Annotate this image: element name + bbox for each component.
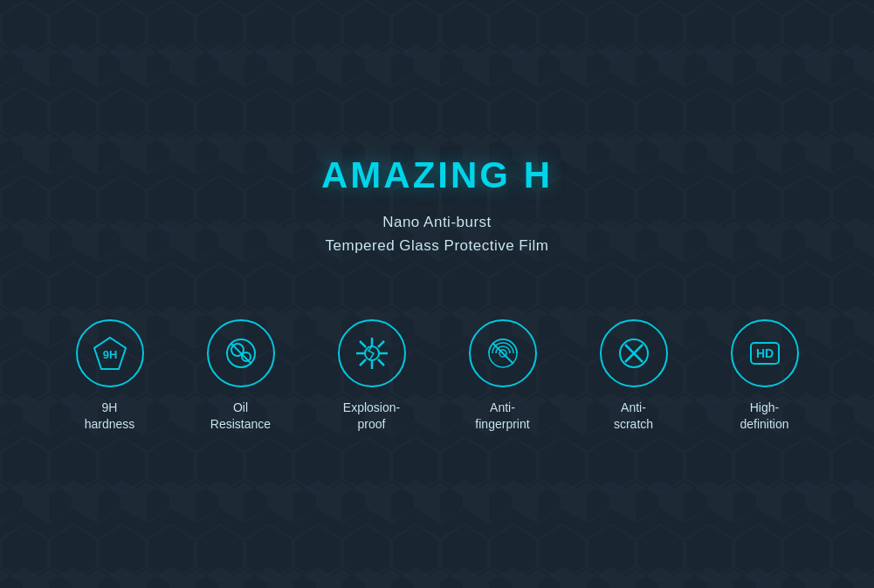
- feature-9h-hardness: 9H 9Hhardness: [62, 319, 158, 434]
- page-subtitle: Nano Anti-burst Tempered Glass Protectiv…: [326, 210, 549, 257]
- scratch-icon: [615, 334, 653, 373]
- svg-line-13: [360, 359, 366, 366]
- icon-anti-scratch: [600, 319, 668, 387]
- feature-label-oil: OilResistance: [210, 400, 271, 434]
- fingerprint-icon: [484, 334, 522, 373]
- svg-line-11: [378, 359, 384, 366]
- oil-icon: [222, 334, 260, 373]
- svg-text:9H: 9H: [102, 348, 117, 361]
- icon-9h-hardness: 9H: [76, 319, 144, 387]
- subtitle-line2: Tempered Glass Protective Film: [326, 237, 549, 254]
- feature-explosion-proof: Explosion-proof: [324, 319, 420, 434]
- icon-oil-resistance: [207, 319, 275, 387]
- page-title: AMAZING H: [321, 154, 553, 196]
- feature-label-9h: 9Hhardness: [85, 400, 135, 434]
- features-list: 9H 9Hhardness OilResistance: [62, 319, 813, 434]
- feature-label-fingerprint: Anti-fingerprint: [475, 400, 529, 434]
- feature-oil-resistance: OilResistance: [193, 319, 289, 434]
- svg-point-4: [242, 352, 251, 361]
- svg-line-12: [378, 341, 384, 347]
- feature-label-explosion: Explosion-proof: [343, 400, 400, 434]
- 9h-icon: 9H: [91, 334, 129, 373]
- feature-high-definition: HD High-definition: [717, 319, 813, 434]
- hd-icon: HD: [746, 334, 784, 373]
- main-content: AMAZING H Nano Anti-burst Tempered Glass…: [0, 0, 874, 588]
- feature-label-hd: High-definition: [740, 400, 788, 434]
- icon-anti-fingerprint: [469, 319, 537, 387]
- icon-explosion-proof: [338, 319, 406, 387]
- feature-label-scratch: Anti-scratch: [614, 400, 653, 434]
- svg-line-10: [360, 341, 366, 347]
- feature-anti-scratch: Anti-scratch: [586, 319, 682, 434]
- icon-high-definition: HD: [731, 319, 799, 387]
- feature-anti-fingerprint: Anti-fingerprint: [455, 319, 551, 434]
- svg-point-14: [365, 346, 379, 360]
- subtitle-line1: Nano Anti-burst: [382, 214, 492, 230]
- svg-text:HD: HD: [755, 346, 773, 360]
- explosion-icon: [353, 334, 391, 373]
